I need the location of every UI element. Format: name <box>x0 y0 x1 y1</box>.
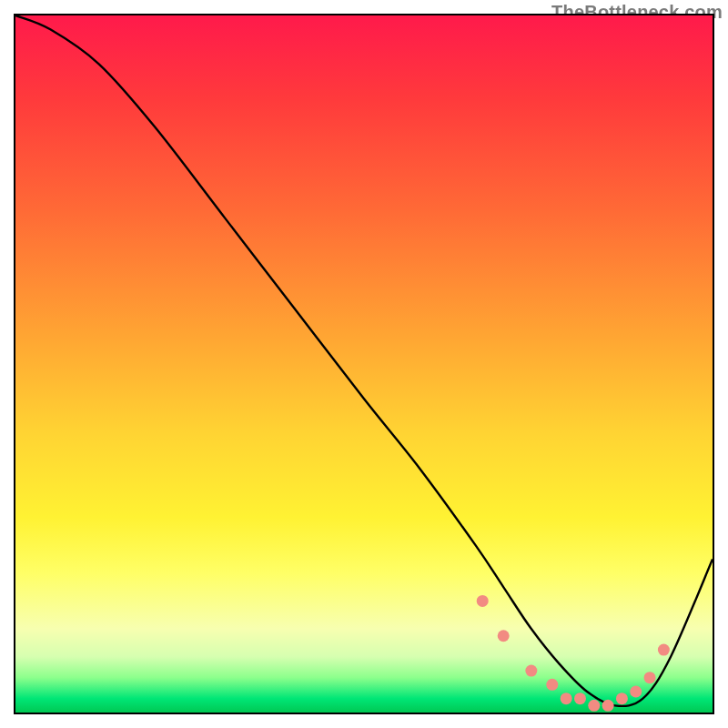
minimum-marker <box>630 686 642 698</box>
minimum-marker <box>546 679 558 691</box>
minimum-marker <box>477 595 489 607</box>
curve-layer <box>15 15 713 713</box>
minimum-marker <box>525 665 537 677</box>
minimum-marker <box>588 700 600 712</box>
plot-area <box>14 14 714 714</box>
minimum-marker <box>498 630 510 642</box>
minimum-marker <box>574 693 586 704</box>
minimum-marker-group <box>477 595 670 712</box>
minimum-marker <box>602 700 614 712</box>
minimum-marker <box>616 693 628 704</box>
minimum-marker <box>644 672 656 683</box>
minimum-marker <box>561 693 572 704</box>
minimum-marker <box>658 644 670 656</box>
chart-stage: TheBottleneck.com <box>0 0 728 728</box>
bottleneck-curve-path <box>15 15 713 706</box>
